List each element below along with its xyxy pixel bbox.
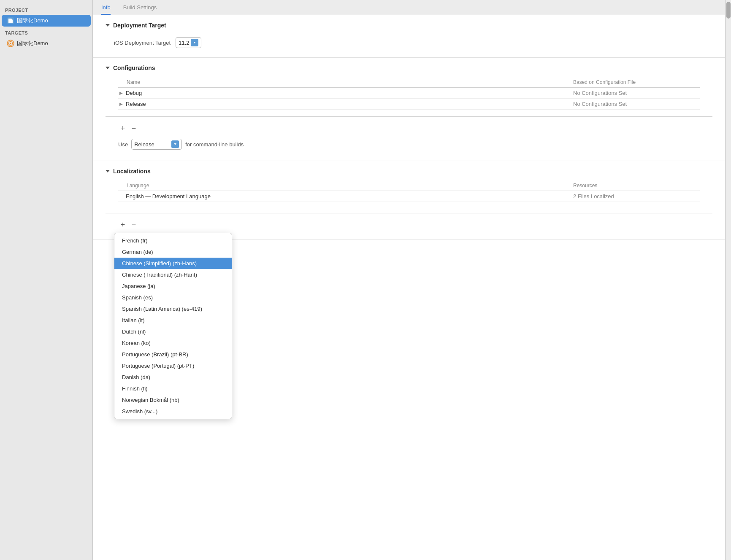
configurations-table: Name Based on Configuration File ▶ Debug… xyxy=(106,77,712,116)
config-row-debug: ▶ Debug No Configurations Set xyxy=(118,88,700,99)
localization-add-remove-row: + − xyxy=(118,217,700,233)
lang-finnish[interactable]: Finnish (fi) xyxy=(114,383,232,394)
collapse-triangle-deployment[interactable] xyxy=(106,24,110,27)
collapse-triangle-configurations[interactable] xyxy=(106,67,110,69)
sidebar: PROJECT 国际化Demo TARGETS 国际化Demo xyxy=(0,0,93,560)
ios-version-chevron xyxy=(191,39,198,46)
localization-row-english: English — Development Language 2 Files L… xyxy=(118,191,700,202)
config-release-label: Release xyxy=(126,101,146,107)
lang-spanish-latam[interactable]: Spanish (Latin America) (es-419) xyxy=(114,303,232,315)
config-debug-label: Debug xyxy=(126,90,142,96)
project-file-icon xyxy=(7,17,14,24)
localizations-section: Localizations Language Resources English… xyxy=(93,161,725,240)
language-dropdown-menu: French (fr) German (de) Chinese (Simplif… xyxy=(114,233,232,419)
localizations-header: Localizations xyxy=(106,168,712,175)
lang-norwegian[interactable]: Norwegian Bokmål (nb) xyxy=(114,394,232,406)
lang-portuguese-pt[interactable]: Portuguese (Portugal) (pt-PT) xyxy=(114,360,232,372)
lang-danish[interactable]: Danish (da) xyxy=(114,372,232,383)
col-name-header: Name xyxy=(118,79,573,85)
use-label: Use xyxy=(118,141,128,148)
localization-remove-button[interactable]: − xyxy=(129,220,138,229)
configurations-table-header: Name Based on Configuration File xyxy=(118,77,700,88)
lang-portuguese-br[interactable]: Portuguese (Brazil) (pt-BR) xyxy=(114,349,232,360)
english-lang-label: English — Development Language xyxy=(126,193,211,199)
english-resources-value: 2 Files Localized xyxy=(573,193,700,199)
localizations-title: Localizations xyxy=(113,168,151,175)
release-select[interactable]: Release xyxy=(131,139,182,150)
sidebar-item-project[interactable]: 国际化Demo xyxy=(2,15,91,27)
deployment-target-row: iOS Deployment Target 11.2 xyxy=(106,35,712,51)
config-row-release: ▶ Release No Configurations Set xyxy=(118,99,700,110)
configurations-title: Configurations xyxy=(113,65,155,71)
project-section-label: PROJECT xyxy=(0,4,92,14)
ios-deployment-label: iOS Deployment Target xyxy=(114,40,171,46)
main-panel: Info Build Settings Deployment Target iO… xyxy=(93,0,725,560)
for-command-line-label: for command-line builds xyxy=(185,141,244,148)
target-item-label: 国际化Demo xyxy=(17,40,48,47)
localizations-table: Language Resources English — Development… xyxy=(106,180,712,209)
collapse-triangle-localizations[interactable] xyxy=(106,170,110,172)
config-release-value: No Configurations Set xyxy=(573,101,700,107)
col-value-header: Based on Configuration File xyxy=(573,79,700,85)
release-expand-arrow[interactable]: ▶ xyxy=(118,101,124,107)
configurations-section: Configurations Name Based on Configurati… xyxy=(93,58,725,161)
tab-info[interactable]: Info xyxy=(101,1,111,15)
english-lang-cell: English — Development Language xyxy=(118,193,573,199)
deployment-target-header: Deployment Target xyxy=(106,22,712,29)
targets-section-label: TARGETS xyxy=(0,27,92,37)
lang-dutch[interactable]: Dutch (nl) xyxy=(114,326,232,337)
lang-chinese-simplified[interactable]: Chinese (Simplified) (zh-Hans) xyxy=(114,258,232,269)
config-release-name-cell: ▶ Release xyxy=(118,101,573,107)
use-release-row: Use Release for command-line builds xyxy=(118,136,700,154)
scroll-indicator[interactable] xyxy=(726,2,731,19)
config-remove-button[interactable]: − xyxy=(129,124,138,133)
debug-expand-arrow[interactable]: ▶ xyxy=(118,90,124,96)
sidebar-item-target[interactable]: 国际化Demo xyxy=(2,38,91,49)
tab-bar: Info Build Settings xyxy=(93,0,725,15)
ios-version-select[interactable]: 11.2 xyxy=(176,37,201,48)
release-select-chevron xyxy=(171,140,179,148)
lang-italian[interactable]: Italian (it) xyxy=(114,315,232,326)
config-debug-value: No Configurations Set xyxy=(573,90,700,96)
target-icon xyxy=(7,40,14,47)
lang-french[interactable]: French (fr) xyxy=(114,235,232,246)
col-language-header: Language xyxy=(118,183,573,188)
lang-swedish[interactable]: Swedish (sv...) xyxy=(114,406,232,417)
tab-build-settings[interactable]: Build Settings xyxy=(123,1,157,15)
localization-add-button[interactable]: + xyxy=(118,220,127,229)
content-area: Deployment Target iOS Deployment Target … xyxy=(93,15,725,560)
right-scrollbar-panel xyxy=(725,0,731,560)
svg-point-2 xyxy=(10,43,11,44)
lang-chinese-traditional[interactable]: Chinese (Traditional) (zh-Hant) xyxy=(114,269,232,280)
localizations-table-header: Language Resources xyxy=(118,180,700,191)
config-add-remove-row: + − xyxy=(118,120,700,136)
config-debug-name-cell: ▶ Debug xyxy=(118,90,573,96)
lang-german[interactable]: German (de) xyxy=(114,246,232,258)
lang-korean[interactable]: Korean (ko) xyxy=(114,337,232,349)
config-add-button[interactable]: + xyxy=(118,124,127,133)
col-resources-header: Resources xyxy=(573,183,700,188)
release-select-value: Release xyxy=(134,141,154,148)
lang-spanish[interactable]: Spanish (es) xyxy=(114,292,232,303)
project-item-label: 国际化Demo xyxy=(17,17,48,24)
lang-japanese[interactable]: Japanese (ja) xyxy=(114,280,232,292)
deployment-target-title: Deployment Target xyxy=(113,22,166,29)
configurations-header: Configurations xyxy=(106,65,712,71)
ios-version-value: 11.2 xyxy=(179,40,189,46)
deployment-target-section: Deployment Target iOS Deployment Target … xyxy=(93,15,725,58)
